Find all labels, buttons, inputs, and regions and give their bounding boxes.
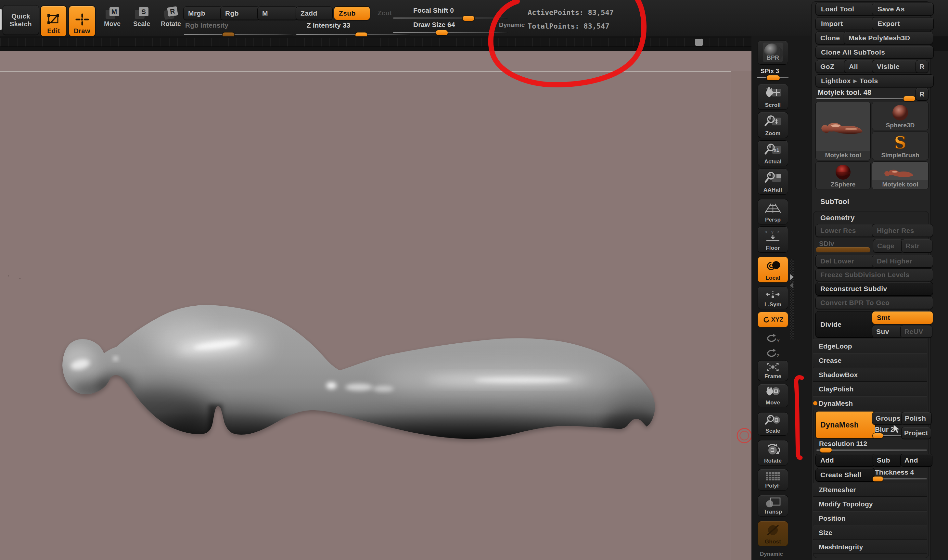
import-button[interactable]: Import (816, 17, 876, 30)
simplebrush-tool[interactable]: S SimpleBrush (872, 132, 928, 160)
divider-arrow-right-icon[interactable] (788, 274, 795, 281)
dynamic-shelf-label[interactable]: Dynamic (760, 551, 783, 557)
tool-slider-r-button[interactable]: R (916, 88, 928, 101)
higher-res-button[interactable]: Higher Res (872, 224, 933, 237)
aahalf-button[interactable]: AAHalf (758, 169, 788, 195)
zremesher-row[interactable]: ZRemesher (813, 483, 927, 497)
zoom-button[interactable]: Zoom (758, 112, 788, 138)
sub-button[interactable]: Sub (873, 454, 902, 467)
freeze-subdivision-button[interactable]: Freeze SubDivision Levels (816, 268, 933, 281)
tool-slider-handle[interactable] (903, 96, 916, 102)
crease-row[interactable]: Crease (813, 354, 927, 368)
size-row[interactable]: Size (813, 526, 927, 540)
move-shelf-button[interactable]: Move (758, 384, 788, 407)
lightbox-tools-button[interactable]: Lightbox ▶ Tools (816, 74, 934, 88)
shadowbox-row[interactable]: ShadowBox (813, 368, 927, 382)
subtool-header[interactable]: SubTool (820, 197, 849, 206)
groups-button[interactable]: Groups (872, 412, 903, 425)
rotate-y-icon[interactable]: Y (764, 331, 781, 344)
modify-topology-row[interactable]: Modify Topology (813, 497, 927, 511)
polyf-button[interactable]: PolyF (758, 469, 788, 491)
local-button[interactable]: Local (758, 257, 788, 283)
bpr-button[interactable]: BPR (758, 41, 788, 65)
quick-sketch-button[interactable]: Quick Sketch (3, 5, 39, 35)
cage-button[interactable]: Cage (873, 239, 903, 253)
sdiv-slider[interactable] (816, 247, 870, 252)
divide-button[interactable]: Divide (816, 311, 875, 338)
add-button[interactable]: Add (816, 454, 875, 467)
selected-tool-thumbnail[interactable]: Motylek tool (816, 102, 871, 160)
persp-button[interactable]: Persp (758, 199, 788, 225)
rotate-z-icon[interactable]: Z (764, 346, 781, 359)
tray-handle[interactable] (695, 38, 703, 46)
edgeloop-row[interactable]: EdgeLoop (813, 339, 927, 353)
reuv-button[interactable]: ReUV (900, 325, 933, 338)
clone-button[interactable]: Clone (816, 31, 847, 45)
draw-size-handle[interactable] (436, 30, 448, 35)
zsphere-tool[interactable]: ZSphere (816, 162, 871, 189)
rotate-shelf-button[interactable]: Rotate (758, 440, 788, 466)
mrgb-button[interactable]: Mrgb (183, 6, 223, 20)
suv-button[interactable]: Suv (872, 325, 903, 338)
create-shell-button[interactable]: Create Shell (816, 468, 875, 482)
scale-tool[interactable]: S Scale (133, 7, 150, 28)
export-button[interactable]: Export (872, 17, 934, 30)
move-tool[interactable]: M Move (104, 7, 120, 28)
rgb-intensity-track[interactable] (184, 34, 293, 35)
geometry-header[interactable]: Geometry (820, 214, 855, 222)
shelf-divider[interactable] (790, 259, 794, 340)
actual-button[interactable]: x1 Actual (758, 140, 788, 166)
meshintegrity-row[interactable]: MeshIntegrity (813, 540, 927, 554)
and-button[interactable]: And (900, 454, 933, 467)
dynamesh-button[interactable]: DynaMesh (816, 411, 875, 438)
clone-all-subtools-button[interactable]: Clone All SubTools (816, 46, 934, 59)
spix-handle[interactable] (766, 75, 780, 80)
canvas[interactable] (0, 51, 751, 560)
blur-handle[interactable] (872, 433, 883, 438)
draw-size-track[interactable] (393, 32, 508, 33)
project-button[interactable]: Project (901, 427, 931, 439)
scroll-button[interactable]: Scroll (758, 84, 788, 110)
resolution-handle[interactable] (820, 447, 832, 453)
lower-res-button[interactable]: Lower Res (816, 224, 875, 237)
draw-button[interactable]: Draw (69, 6, 95, 36)
rstr-button[interactable]: Rstr (901, 239, 933, 253)
rgb-button[interactable]: Rgb (220, 6, 260, 20)
save-as-button[interactable]: Save As (872, 3, 934, 15)
dynamic-label[interactable]: Dynamic (499, 22, 525, 29)
convert-bpr-button[interactable]: Convert BPR To Geo (816, 296, 933, 309)
del-lower-button[interactable]: Del Lower (816, 255, 875, 268)
claypolish-row[interactable]: ClayPolish (813, 382, 927, 396)
scale-shelf-button[interactable]: Scale (758, 412, 788, 435)
del-higher-button[interactable]: Del Higher (872, 255, 933, 268)
divider-arrow-left-icon[interactable] (788, 282, 795, 289)
rotate-tool[interactable]: R Rotate (161, 7, 181, 28)
thickness-handle[interactable] (872, 476, 883, 482)
frame-button[interactable]: Frame (758, 360, 788, 381)
position-row[interactable]: Position (813, 511, 927, 525)
r-button[interactable]: R (916, 60, 928, 73)
ghost-button[interactable]: Ghost (758, 521, 788, 546)
polish-button[interactable]: Polish (901, 412, 932, 425)
lsym-button[interactable]: L.Sym (758, 286, 788, 309)
resolution-track[interactable] (816, 449, 927, 451)
focal-shift-track[interactable] (393, 17, 508, 18)
visible-button[interactable]: Visible (872, 60, 919, 73)
all-button[interactable]: All (844, 60, 875, 73)
make-polymesh3d-button[interactable]: Make PolyMesh3D (844, 31, 933, 45)
edit-button[interactable]: Edit (41, 6, 66, 36)
sculpt-mesh[interactable] (0, 51, 751, 560)
focal-shift-handle[interactable] (462, 15, 475, 21)
sphere3d-tool[interactable]: Sphere3D (872, 102, 928, 130)
smt-button[interactable]: Smt (872, 311, 933, 324)
xyz-button[interactable]: XYZ (758, 312, 788, 328)
load-tool-button[interactable]: Load Tool (816, 3, 876, 15)
reconstruct-subdiv-button[interactable]: Reconstruct Subdiv (816, 282, 933, 295)
motylek-tool-thumbnail[interactable]: Motylek tool (872, 162, 928, 189)
zcut-label[interactable]: Zcut (377, 9, 392, 17)
goz-button[interactable]: GoZ (816, 60, 847, 73)
floor-button[interactable]: x y z Floor (758, 226, 788, 253)
transp-button[interactable]: Transp (758, 495, 788, 517)
zsub-button[interactable]: Zsub (334, 6, 370, 20)
dynamesh-section-row[interactable]: DynaMesh (813, 396, 927, 410)
